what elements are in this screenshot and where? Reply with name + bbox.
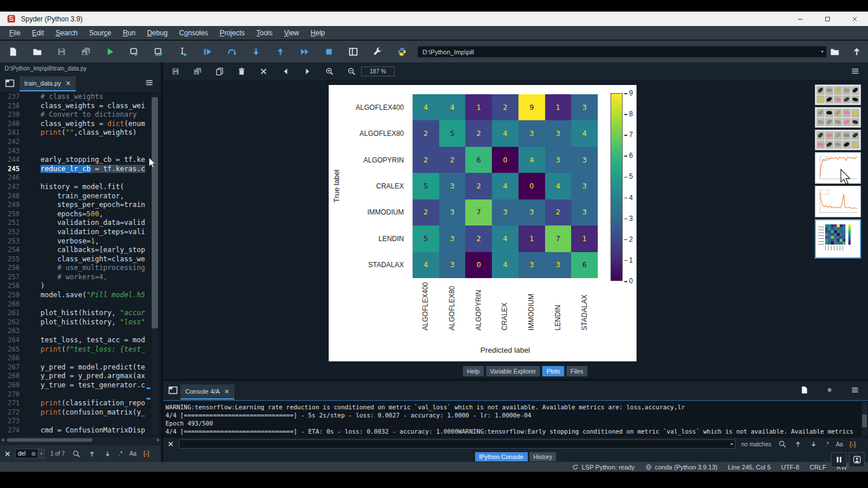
- search-icon[interactable]: [72, 449, 80, 458]
- run-cell-icon[interactable]: [127, 45, 141, 58]
- maximize-pane-icon[interactable]: [346, 45, 360, 58]
- continue-execution-icon[interactable]: [297, 45, 311, 58]
- menu-item-projects[interactable]: Projects: [214, 29, 251, 37]
- find-history-dropdown-icon[interactable]: [38, 449, 45, 459]
- find-next-icon[interactable]: [810, 440, 818, 449]
- directory-dropdown-icon[interactable]: [819, 48, 826, 55]
- tab-close-icon[interactable]: [65, 80, 71, 86]
- plot-thumbnail-confusion-matrix[interactable]: [815, 219, 861, 258]
- zoom-in-icon[interactable]: [323, 65, 336, 77]
- remove-all-plots-icon[interactable]: [257, 65, 270, 77]
- find-input[interactable]: del: [15, 449, 38, 459]
- preferences-icon[interactable]: [370, 45, 384, 58]
- case-sensitive-icon[interactable]: Aa: [836, 441, 843, 448]
- menu-item-source[interactable]: Source: [83, 29, 117, 37]
- plot-thumbnail-pill-samples-2[interactable]: [815, 107, 861, 128]
- console-scrollbar[interactable]: [862, 402, 867, 437]
- pane-tab-variable-explorer[interactable]: Variable Explorer: [486, 366, 540, 376]
- scrollbar-handle[interactable]: [862, 415, 867, 427]
- clear-find-icon[interactable]: [31, 451, 36, 457]
- browse-directory-button[interactable]: [827, 45, 841, 58]
- stop-debug-icon[interactable]: [322, 45, 336, 58]
- close-find-icon[interactable]: [4, 450, 11, 457]
- step-over-icon[interactable]: [225, 45, 238, 58]
- find-history-dropdown-icon[interactable]: [729, 440, 735, 448]
- scrollbar-handle[interactable]: [152, 97, 158, 328]
- editor-options-menu-icon[interactable]: [145, 78, 154, 87]
- debug-file-icon[interactable]: [200, 45, 214, 58]
- menu-item-run[interactable]: Run: [117, 29, 141, 37]
- interrupt-kernel-icon[interactable]: [825, 386, 834, 395]
- plot-thumbnail-accuracy[interactable]: [815, 152, 861, 184]
- new-console-icon[interactable]: [800, 386, 809, 395]
- new-file-icon[interactable]: [6, 45, 20, 58]
- step-return-icon[interactable]: [273, 45, 287, 58]
- menu-item-consoles[interactable]: Consoles: [174, 29, 214, 37]
- next-plot-icon[interactable]: [301, 65, 314, 77]
- find-next-icon[interactable]: [103, 449, 112, 458]
- browse-tabs-icon[interactable]: [5, 78, 15, 88]
- plot-thumbnail-pill-samples-1[interactable]: [815, 84, 861, 105]
- console-output[interactable]: WARNING:tensorflow:Learning rate reducti…: [163, 401, 868, 438]
- pause-button[interactable]: [831, 452, 847, 467]
- save-all-icon[interactable]: [79, 45, 93, 58]
- save-file-icon[interactable]: [54, 45, 68, 58]
- menu-item-tools[interactable]: Tools: [251, 29, 278, 37]
- plot-thumbnail-pill-samples-3[interactable]: [815, 130, 861, 150]
- pill-image-grid: [815, 108, 860, 127]
- run-file-icon[interactable]: [103, 45, 117, 58]
- tab-train-data[interactable]: train_data.py: [20, 76, 76, 91]
- run-selection-icon[interactable]: [176, 45, 190, 58]
- save-plot-icon[interactable]: [169, 65, 182, 77]
- tab-history[interactable]: History: [529, 452, 557, 461]
- browse-tabs-icon[interactable]: [168, 385, 178, 395]
- tab-console[interactable]: Console 4/A: [181, 385, 234, 400]
- whole-words-icon[interactable]: [-]: [144, 450, 149, 457]
- scrollbar-handle[interactable]: [7, 438, 93, 442]
- tab-ipython-console[interactable]: IPython Console: [475, 452, 528, 461]
- menu-item-search[interactable]: Search: [50, 29, 83, 37]
- interpreter-status[interactable]: conda (Python 3.9.13): [645, 464, 718, 471]
- parent-directory-button[interactable]: [849, 45, 863, 58]
- remove-plot-icon[interactable]: [235, 65, 248, 77]
- console-find-input[interactable]: [179, 439, 735, 449]
- run-cell-advance-icon[interactable]: [152, 45, 165, 58]
- find-previous-icon[interactable]: [87, 449, 96, 458]
- copy-plot-icon[interactable]: [213, 65, 226, 77]
- console-options-menu-icon[interactable]: [851, 386, 860, 395]
- editor-vertical-scrollbar[interactable]: [152, 95, 158, 435]
- whole-words-icon[interactable]: [-]: [850, 441, 856, 448]
- lsp-status[interactable]: LSP Python: ready: [572, 464, 635, 471]
- regex-toggle-icon[interactable]: .*: [119, 450, 123, 457]
- plot-thumbnail-loss[interactable]: [815, 186, 861, 217]
- menu-item-view[interactable]: View: [278, 29, 305, 37]
- working-directory-input[interactable]: D:\Python_Imp\pill: [418, 46, 826, 57]
- case-sensitive-icon[interactable]: Aa: [130, 450, 137, 457]
- menu-item-help[interactable]: Help: [305, 29, 331, 37]
- open-file-icon[interactable]: [30, 45, 44, 58]
- minimize-button[interactable]: [786, 12, 814, 26]
- step-into-icon[interactable]: [249, 45, 263, 58]
- pane-tab-files[interactable]: Files: [567, 366, 587, 376]
- editor-horizontal-scrollbar[interactable]: [0, 437, 161, 443]
- menu-item-debug[interactable]: Debug: [141, 29, 173, 37]
- scroll-right-icon[interactable]: [157, 438, 160, 442]
- maximize-button[interactable]: [814, 12, 841, 26]
- previous-plot-icon[interactable]: [279, 65, 292, 77]
- person-button[interactable]: [849, 452, 865, 467]
- close-find-icon[interactable]: [167, 441, 174, 448]
- tab-close-icon[interactable]: [224, 389, 230, 394]
- pane-tab-plots[interactable]: Plots: [542, 366, 564, 376]
- menu-item-edit[interactable]: Edit: [26, 29, 50, 37]
- code-editor[interactable]: 237# class_weights238class_weights = cla…: [0, 93, 161, 437]
- regex-toggle-icon[interactable]: .*: [825, 441, 829, 448]
- search-icon[interactable]: [778, 440, 787, 449]
- save-all-plots-icon[interactable]: [191, 65, 204, 77]
- menu-item-file[interactable]: File: [3, 29, 26, 37]
- find-previous-icon[interactable]: [794, 440, 803, 449]
- python-env-icon[interactable]: [395, 45, 409, 58]
- close-button[interactable]: [841, 12, 868, 26]
- scroll-left-icon[interactable]: [1, 438, 4, 442]
- zoom-out-icon[interactable]: [345, 65, 358, 77]
- pane-tab-help[interactable]: Help: [463, 366, 484, 376]
